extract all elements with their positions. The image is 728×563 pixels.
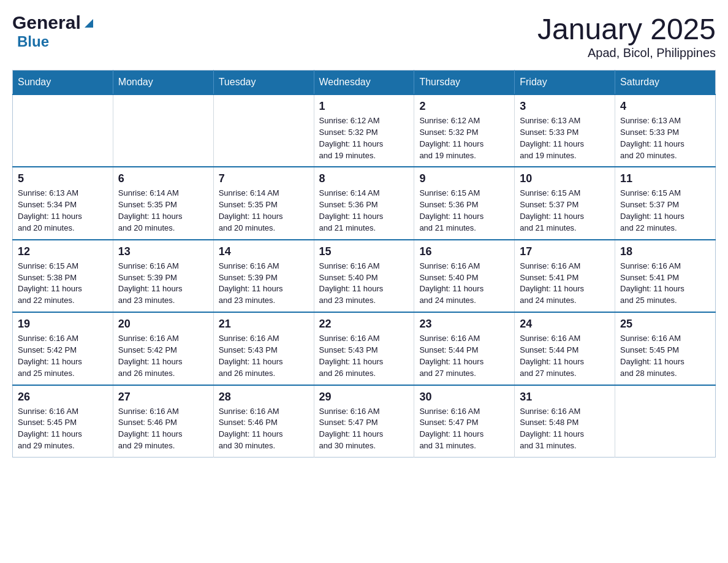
calendar-cell: 22Sunrise: 6:16 AMSunset: 5:43 PMDayligh… <box>314 312 414 385</box>
day-number: 29 <box>319 391 409 404</box>
logo: General Blue <box>12 12 96 50</box>
calendar-cell: 15Sunrise: 6:16 AMSunset: 5:40 PMDayligh… <box>314 240 414 312</box>
calendar-cell: 25Sunrise: 6:16 AMSunset: 5:45 PMDayligh… <box>615 312 716 385</box>
day-number: 23 <box>419 318 509 331</box>
svg-marker-0 <box>85 19 93 28</box>
weekday-header-monday: Monday <box>113 71 213 95</box>
day-info: Sunrise: 6:12 AMSunset: 5:32 PMDaylight:… <box>419 115 509 161</box>
calendar-cell: 11Sunrise: 6:15 AMSunset: 5:37 PMDayligh… <box>615 167 716 239</box>
calendar-cell: 26Sunrise: 6:16 AMSunset: 5:45 PMDayligh… <box>13 385 113 458</box>
weekday-header-sunday: Sunday <box>13 71 113 95</box>
calendar-cell: 27Sunrise: 6:16 AMSunset: 5:46 PMDayligh… <box>113 385 213 458</box>
day-info: Sunrise: 6:16 AMSunset: 5:45 PMDaylight:… <box>18 406 108 452</box>
day-number: 8 <box>319 172 409 185</box>
weekday-header-friday: Friday <box>515 71 615 95</box>
calendar-cell: 4Sunrise: 6:13 AMSunset: 5:33 PMDaylight… <box>615 94 716 167</box>
day-number: 26 <box>18 391 108 404</box>
day-info: Sunrise: 6:16 AMSunset: 5:48 PMDaylight:… <box>520 406 610 452</box>
calendar-cell: 16Sunrise: 6:16 AMSunset: 5:40 PMDayligh… <box>414 240 515 312</box>
weekday-header-saturday: Saturday <box>615 71 716 95</box>
calendar-cell: 18Sunrise: 6:16 AMSunset: 5:41 PMDayligh… <box>615 240 716 312</box>
day-number: 6 <box>118 172 208 185</box>
day-info: Sunrise: 6:15 AMSunset: 5:36 PMDaylight:… <box>419 188 509 234</box>
day-info: Sunrise: 6:14 AMSunset: 5:36 PMDaylight:… <box>319 188 409 234</box>
day-info: Sunrise: 6:16 AMSunset: 5:47 PMDaylight:… <box>319 406 409 452</box>
day-number: 2 <box>419 100 509 113</box>
calendar-week-row: 5Sunrise: 6:13 AMSunset: 5:34 PMDaylight… <box>13 167 716 239</box>
logo-general-text: General <box>12 12 81 33</box>
calendar-cell: 23Sunrise: 6:16 AMSunset: 5:44 PMDayligh… <box>414 312 515 385</box>
day-info: Sunrise: 6:13 AMSunset: 5:33 PMDaylight:… <box>620 115 710 161</box>
calendar-week-row: 12Sunrise: 6:15 AMSunset: 5:38 PMDayligh… <box>13 240 716 312</box>
day-info: Sunrise: 6:16 AMSunset: 5:46 PMDaylight:… <box>219 406 309 452</box>
day-number: 3 <box>520 100 610 113</box>
day-number: 21 <box>219 318 309 331</box>
day-info: Sunrise: 6:16 AMSunset: 5:41 PMDaylight:… <box>520 261 610 307</box>
calendar-cell <box>13 94 113 167</box>
weekday-header-tuesday: Tuesday <box>213 71 314 95</box>
day-number: 7 <box>219 172 309 185</box>
calendar-cell: 1Sunrise: 6:12 AMSunset: 5:32 PMDaylight… <box>314 94 414 167</box>
calendar-cell: 14Sunrise: 6:16 AMSunset: 5:39 PMDayligh… <box>213 240 314 312</box>
calendar-header: SundayMondayTuesdayWednesdayThursdayFrid… <box>13 71 716 95</box>
calendar-cell: 12Sunrise: 6:15 AMSunset: 5:38 PMDayligh… <box>13 240 113 312</box>
day-info: Sunrise: 6:16 AMSunset: 5:42 PMDaylight:… <box>118 333 208 379</box>
day-info: Sunrise: 6:16 AMSunset: 5:42 PMDaylight:… <box>18 333 108 379</box>
calendar-cell <box>213 94 314 167</box>
weekday-header-thursday: Thursday <box>414 71 515 95</box>
calendar-cell: 9Sunrise: 6:15 AMSunset: 5:36 PMDaylight… <box>414 167 515 239</box>
day-info: Sunrise: 6:15 AMSunset: 5:38 PMDaylight:… <box>18 261 108 307</box>
day-info: Sunrise: 6:16 AMSunset: 5:40 PMDaylight:… <box>419 261 509 307</box>
calendar-body: 1Sunrise: 6:12 AMSunset: 5:32 PMDaylight… <box>13 94 716 457</box>
calendar-cell: 20Sunrise: 6:16 AMSunset: 5:42 PMDayligh… <box>113 312 213 385</box>
day-info: Sunrise: 6:16 AMSunset: 5:43 PMDaylight:… <box>219 333 309 379</box>
day-number: 13 <box>118 245 208 258</box>
calendar-cell: 3Sunrise: 6:13 AMSunset: 5:33 PMDaylight… <box>515 94 615 167</box>
day-number: 27 <box>118 391 208 404</box>
day-number: 15 <box>319 245 409 258</box>
day-number: 1 <box>319 100 409 113</box>
day-info: Sunrise: 6:16 AMSunset: 5:39 PMDaylight:… <box>118 261 208 307</box>
calendar-cell: 8Sunrise: 6:14 AMSunset: 5:36 PMDaylight… <box>314 167 414 239</box>
day-number: 16 <box>419 245 509 258</box>
day-info: Sunrise: 6:16 AMSunset: 5:44 PMDaylight:… <box>520 333 610 379</box>
calendar-title: January 2025 <box>537 12 716 46</box>
weekday-header-row: SundayMondayTuesdayWednesdayThursdayFrid… <box>13 71 716 95</box>
day-number: 18 <box>620 245 710 258</box>
day-number: 28 <box>219 391 309 404</box>
day-number: 30 <box>419 391 509 404</box>
day-number: 22 <box>319 318 409 331</box>
calendar-cell: 7Sunrise: 6:14 AMSunset: 5:35 PMDaylight… <box>213 167 314 239</box>
day-info: Sunrise: 6:14 AMSunset: 5:35 PMDaylight:… <box>219 188 309 234</box>
day-info: Sunrise: 6:13 AMSunset: 5:33 PMDaylight:… <box>520 115 610 161</box>
day-info: Sunrise: 6:16 AMSunset: 5:43 PMDaylight:… <box>319 333 409 379</box>
day-number: 11 <box>620 172 710 185</box>
day-info: Sunrise: 6:15 AMSunset: 5:37 PMDaylight:… <box>620 188 710 234</box>
day-number: 24 <box>520 318 610 331</box>
calendar-cell: 10Sunrise: 6:15 AMSunset: 5:37 PMDayligh… <box>515 167 615 239</box>
day-number: 14 <box>219 245 309 258</box>
calendar-cell: 13Sunrise: 6:16 AMSunset: 5:39 PMDayligh… <box>113 240 213 312</box>
page-header: General Blue January 2025 Apad, Bicol, P… <box>12 12 716 60</box>
calendar-table: SundayMondayTuesdayWednesdayThursdayFrid… <box>12 70 716 458</box>
calendar-cell: 30Sunrise: 6:16 AMSunset: 5:47 PMDayligh… <box>414 385 515 458</box>
calendar-cell: 29Sunrise: 6:16 AMSunset: 5:47 PMDayligh… <box>314 385 414 458</box>
day-info: Sunrise: 6:12 AMSunset: 5:32 PMDaylight:… <box>319 115 409 161</box>
day-number: 10 <box>520 172 610 185</box>
calendar-cell: 5Sunrise: 6:13 AMSunset: 5:34 PMDaylight… <box>13 167 113 239</box>
calendar-week-row: 1Sunrise: 6:12 AMSunset: 5:32 PMDaylight… <box>13 94 716 167</box>
calendar-cell <box>615 385 716 458</box>
calendar-cell: 28Sunrise: 6:16 AMSunset: 5:46 PMDayligh… <box>213 385 314 458</box>
day-number: 12 <box>18 245 108 258</box>
day-number: 31 <box>520 391 610 404</box>
calendar-week-row: 19Sunrise: 6:16 AMSunset: 5:42 PMDayligh… <box>13 312 716 385</box>
day-info: Sunrise: 6:16 AMSunset: 5:47 PMDaylight:… <box>419 406 509 452</box>
day-number: 17 <box>520 245 610 258</box>
day-info: Sunrise: 6:16 AMSunset: 5:46 PMDaylight:… <box>118 406 208 452</box>
logo-blue-text: Blue <box>17 33 49 50</box>
calendar-cell: 2Sunrise: 6:12 AMSunset: 5:32 PMDaylight… <box>414 94 515 167</box>
calendar-week-row: 26Sunrise: 6:16 AMSunset: 5:45 PMDayligh… <box>13 385 716 458</box>
day-info: Sunrise: 6:16 AMSunset: 5:39 PMDaylight:… <box>219 261 309 307</box>
day-info: Sunrise: 6:16 AMSunset: 5:41 PMDaylight:… <box>620 261 710 307</box>
day-info: Sunrise: 6:15 AMSunset: 5:37 PMDaylight:… <box>520 188 610 234</box>
